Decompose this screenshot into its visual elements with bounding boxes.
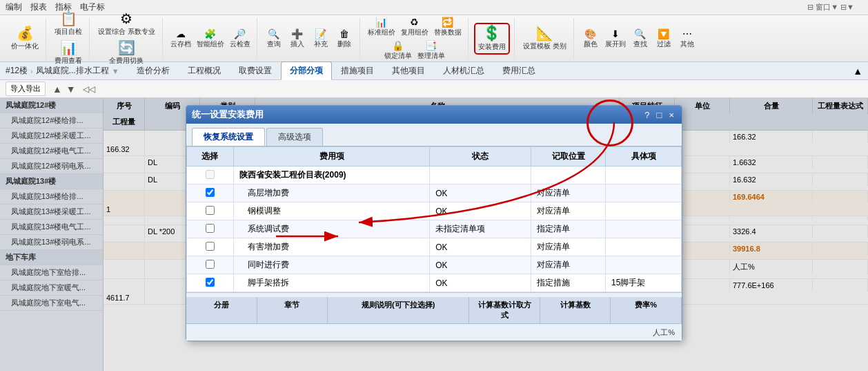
tab-division-items[interactable]: 分部分项 [281,61,332,80]
fee-table: 选择 费用项 状态 记取位置 具体项 陕西省 [186,146,682,292]
modal-title: 统一设置安装费用 [192,108,264,121]
insert-button[interactable]: ➕ 插入 [286,28,308,50]
modal-close-button[interactable]: × [667,110,676,120]
replace-data-button[interactable]: 🔁 替换数据 [432,16,464,38]
nav-down-button[interactable]: ▼ [65,84,77,95]
row5-status: OK [430,238,531,256]
row1-detail [606,167,682,184]
row3-checkbox[interactable] [206,206,215,215]
import-export-button[interactable]: 导入导出 [6,82,46,96]
install-fee-modal: 统一设置安装费用 ? □ × 恢复系统设置 高级选项 选择 费用项 [186,105,682,341]
install-fee-button[interactable]: 💲 安装费用 [474,23,510,55]
nav-arrows: ▲ ▼ [51,84,77,95]
row6-status: OK [430,256,531,274]
row2-checkbox[interactable] [206,188,215,197]
expand-to-button[interactable]: ⬇ 展开到 [603,28,628,50]
row4-status: 未指定清单项 [430,220,531,238]
reuse-group-button[interactable]: ♻ 复用组价 [399,16,431,38]
color-button[interactable]: 🎨 颜色 [580,28,602,50]
breadcrumb-project[interactable]: 凤城庭院...排水工程 [36,65,109,77]
tab-fee-settings[interactable]: 取费设置 [230,61,281,80]
std-group-icon: 📊 [375,17,387,28]
price-all-label: 价一体化 [11,41,39,51]
row3-position: 对应清单 [531,202,606,220]
delete-button[interactable]: 🗑 删除 [333,28,355,50]
table-row[interactable]: 系统调试费 未指定清单项 指定清单 [187,220,682,238]
row1-status [430,167,531,184]
bottom-col-chapter: 章节 [257,297,328,323]
project-check-button[interactable]: 📋 项目自检 [52,10,85,38]
insert-icon: ➕ [291,28,303,39]
nav-up-button[interactable]: ▲ [51,84,63,95]
fee-check-button[interactable]: 📊 费用查看 [52,39,85,67]
row7-label: 脚手架搭拆 [233,274,429,292]
col-status: 状态 [430,147,531,167]
tab-cost-analysis[interactable]: 造价分析 [128,61,179,80]
toolbar-group-edit: 🔍 查询 ➕ 插入 📝 补充 🗑 删除 [259,18,360,59]
query-button[interactable]: 🔍 查询 [263,28,285,50]
toolbar-group-misc: 🎨 颜色 ⬇ 展开到 🔍 查找 🔽 过滤 ⋯ 其他 [575,18,702,59]
tab-fee-summary[interactable]: 费用汇总 [493,61,544,80]
row3-status: OK [430,202,531,220]
table-row[interactable]: 高层增加费 OK 对应清单 [187,184,682,202]
modal-tab-advanced[interactable]: 高级选项 [266,128,323,146]
settings-pro-icon: ⚙ [120,12,132,26]
lock-clear-button[interactable]: 🔒 锁定清单 [382,39,414,61]
set-template-button[interactable]: 📐 设置模板 类别 [520,25,569,53]
modal-minimize-button[interactable]: □ [655,110,664,120]
bottom-col-calc-method: 计算基数计取方式 [469,297,540,323]
modal-tab-restore[interactable]: 恢复系统设置 [192,128,265,146]
price-all-icon: 💰 [17,26,34,40]
table-row[interactable]: 钢模调整 OK 对应清单 [187,202,682,220]
price-all-button[interactable]: 💰 价一体化 [8,25,41,53]
sort-clear-button[interactable]: 📑 整理清单 [415,39,447,61]
modal-help-button[interactable]: ? [642,110,651,120]
table-row[interactable]: 脚手架搭拆 OK 指定措施 15脚手架 [187,274,682,292]
row2-check [187,184,234,202]
modal-overlay: 统一设置安装费用 ? □ × 恢复系统设置 高级选项 选择 费用项 [0,98,868,371]
supplement-button[interactable]: 📝 补充 [310,28,332,50]
filter-icon: 🔽 [658,28,669,39]
menu-item-report[interactable]: 报表 [30,1,47,13]
row1-checkbox[interactable] [206,170,215,179]
bottom-col-rule: 规则说明(可下拉选择) [328,297,469,323]
row5-checkbox[interactable] [206,242,215,251]
tab-measures[interactable]: 措施项目 [332,61,383,80]
cloud-archive-button[interactable]: ☁ 云存档 [168,28,193,50]
find-button[interactable]: 🔍 查找 [629,28,651,50]
toolbar-group-settings: ⚙ 设置综合 系数专业 🔄 全费用切换 [91,18,163,59]
query-icon: 🔍 [268,28,279,39]
tab-labor-material[interactable]: 人材机汇总 [434,61,493,80]
other-button[interactable]: ⋯ 其他 [676,28,698,50]
row7-checkbox[interactable] [206,278,215,287]
expand-collapse-icon[interactable]: ◁◁ [83,84,95,94]
tab-other-items[interactable]: 其他项目 [383,61,434,80]
smart-group-button[interactable]: 🧩 智能组价 [195,28,226,50]
row4-check [187,220,234,238]
row6-checkbox[interactable] [206,260,215,269]
breadcrumb-floor[interactable]: #12楼 [6,65,28,77]
col-fee-item: 费用项 [233,147,429,167]
toolbar-group-template: 📐 设置模板 类别 [516,18,574,59]
expand-to-icon: ⬇ [611,28,620,39]
row7-position: 指定措施 [531,274,606,292]
table-row[interactable]: 有害增加费 OK 对应清单 [187,238,682,256]
cloud-check-button[interactable]: 🔎 云检查 [228,28,253,50]
row2-position: 对应清单 [531,184,606,202]
row4-checkbox[interactable] [206,224,215,233]
filter-button[interactable]: 🔽 过滤 [653,28,675,50]
settings-pro-button[interactable]: ⚙ 设置综合 系数专业 [95,10,158,38]
find-icon: 🔍 [634,28,646,39]
std-group-button[interactable]: 📊 标准组价 [366,16,397,38]
col-select: 选择 [187,147,234,167]
tab-project-overview[interactable]: 工程概况 [179,61,230,80]
sort-clear-icon: 📑 [425,40,437,51]
menu-item-edit[interactable]: 编制 [6,1,22,13]
table-row[interactable]: 陕西省安装工程价目表(2009) [187,167,682,184]
cloud-row: ☁ 云存档 🧩 智能组价 🔎 云检查 [168,28,253,50]
expand-icon[interactable]: ▲ [853,66,862,77]
delete-icon: 🗑 [339,28,349,39]
table-row[interactable]: 同时进行费 OK 对应清单 [187,256,682,274]
row5-check [187,238,234,256]
window-controls: ⊟ 窗口▼ ⊟▼ [807,2,854,12]
